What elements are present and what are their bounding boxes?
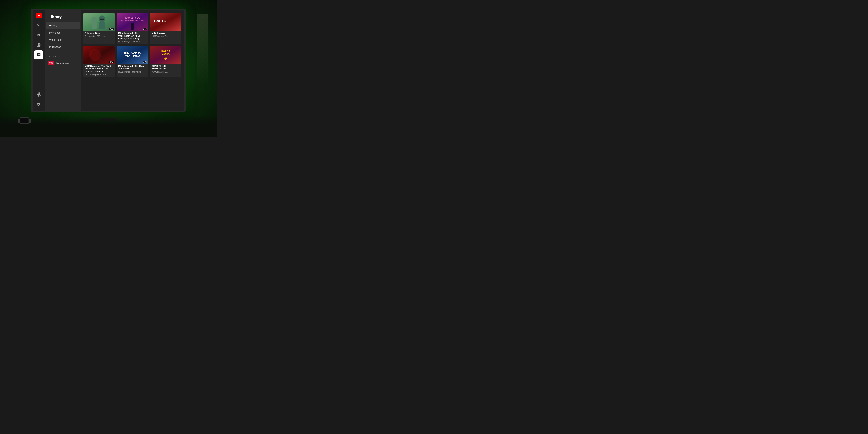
duration-badge-1: 7:35 xyxy=(109,28,114,30)
svg-rect-10 xyxy=(131,26,134,30)
video-info-3: MCU Supercut MCUExchange • 5... xyxy=(150,31,182,38)
video-thumb-inner-3: CAPTA xyxy=(150,13,182,31)
floor xyxy=(0,116,217,137)
playlist-thumb: LA NERDSTUFF xyxy=(48,61,54,65)
video-title-5: MCU Supercut - The Road To Civil War xyxy=(118,65,147,70)
video-thumb-inner-6: ROAD T AVENG ⚡ xyxy=(150,46,182,64)
video-thumb-4: 8:41 xyxy=(83,46,115,64)
sidebar-item-home[interactable] xyxy=(34,31,43,39)
video-thumb-2: THE UNDERNEATH AN ALIAS INVESTIGATIONS C… xyxy=(117,13,148,31)
svg-text:CIVIL WAR: CIVIL WAR xyxy=(125,54,140,58)
sidebar-item-library[interactable] xyxy=(34,51,43,59)
svg-point-16 xyxy=(89,49,101,61)
video-meta-5: MCUExchange • 833K views xyxy=(118,71,147,73)
nav-item-purchases[interactable]: Purchases xyxy=(46,43,80,51)
video-thumb-3: CAPTA xyxy=(150,13,182,31)
youtube-logo[interactable] xyxy=(35,13,42,18)
svg-text:AVENG: AVENG xyxy=(162,53,169,56)
video-card-6[interactable]: ROAD T AVENG ⚡ ROAD TO INFI ANNOUNCEM MC… xyxy=(150,46,182,77)
sidebar-item-search[interactable] xyxy=(34,21,43,30)
video-card-3[interactable]: CAPTA MCU Supercut MCUExchange • 5... xyxy=(150,13,182,44)
svg-rect-2 xyxy=(92,23,97,29)
nav-item-watch-later[interactable]: Watch later xyxy=(46,36,80,43)
tv-frame: Library History My videos Watch later Pu… xyxy=(31,9,186,112)
video-info-2: MCU Supercut - The Underneath (An Alias … xyxy=(117,31,148,44)
svg-point-1 xyxy=(91,17,97,23)
duration-badge-4: 8:41 xyxy=(109,61,114,63)
video-card-2[interactable]: THE UNDERNEATH AN ALIAS INVESTIGATIONS C… xyxy=(117,13,148,44)
video-thumb-6: ROAD T AVENG ⚡ xyxy=(150,46,182,64)
page-title: Library xyxy=(45,13,81,22)
svg-rect-4 xyxy=(99,22,105,29)
video-title-2: MCU Supercut - The Underneath (An Alias … xyxy=(118,32,147,40)
video-card-1[interactable]: 7:35 A Special Time CaseyNeistat • 290K … xyxy=(83,13,115,44)
sidebar xyxy=(33,10,45,111)
video-grid: 7:35 A Special Time CaseyNeistat • 290K … xyxy=(83,13,182,77)
screen: Library History My videos Watch later Pu… xyxy=(33,10,184,111)
nav-item-my-videos[interactable]: My videos xyxy=(46,29,80,36)
video-thumb-5: THE ROAD TO CIVIL WAR 7:02 xyxy=(117,46,148,64)
lamp-glow xyxy=(197,14,208,85)
video-info-4: MCU Supercut - The Fight For Hell's Kitc… xyxy=(83,64,115,77)
video-title-1: A Special Time xyxy=(85,32,113,35)
sidebar-item-account[interactable] xyxy=(34,90,43,99)
video-meta-4: MCUExchange • 9.2K views xyxy=(85,74,113,76)
playlist-label: Liked videos xyxy=(56,62,69,64)
video-meta-2: MCUExchange • 7.9K views xyxy=(118,41,147,43)
svg-text:ROAD T: ROAD T xyxy=(161,50,170,53)
video-card-4[interactable]: 8:41 MCU Supercut - The Fight For Hell's… xyxy=(83,46,115,77)
nav-item-history[interactable]: History xyxy=(46,22,80,29)
svg-text:⚡: ⚡ xyxy=(164,56,168,60)
nav-item-liked-videos[interactable]: LA NERDSTUFF Liked videos xyxy=(45,59,81,67)
main-content: 7:35 A Special Time CaseyNeistat • 290K … xyxy=(81,10,184,111)
nav-panel: Library History My videos Watch later Pu… xyxy=(45,10,81,111)
video-meta-1: CaseyNeistat • 290K views xyxy=(85,35,113,37)
duration-badge-5: 7:02 xyxy=(143,61,147,63)
video-meta-6: MCUExchange • 2... xyxy=(152,71,180,73)
nintendo-switch xyxy=(20,118,29,124)
video-card-5[interactable]: THE ROAD TO CIVIL WAR 7:02 MCU Supercut … xyxy=(117,46,148,77)
video-thumb-1: 7:35 xyxy=(83,13,115,31)
video-title-3: MCU Supercut xyxy=(152,32,180,35)
svg-text:THE UNDERNEATH: THE UNDERNEATH xyxy=(122,17,142,19)
svg-text:CAPTA: CAPTA xyxy=(154,19,166,23)
svg-text:THE ROAD TO: THE ROAD TO xyxy=(124,51,141,54)
video-title-6: ROAD TO INFI ANNOUNCEM xyxy=(152,65,180,70)
sidebar-item-settings[interactable] xyxy=(34,100,43,109)
playlists-section-label: PLAYLISTS xyxy=(45,54,81,59)
video-info-6: ROAD TO INFI ANNOUNCEM MCUExchange • 2..… xyxy=(150,64,182,74)
svg-point-9 xyxy=(131,23,134,26)
nav-divider xyxy=(48,52,78,52)
sidebar-item-subscriptions[interactable] xyxy=(34,40,43,50)
svg-text:AN ALIAS INVESTIGATIONS CASE: AN ALIAS INVESTIGATIONS CASE xyxy=(121,20,144,21)
video-meta-3: MCUExchange • 5... xyxy=(152,35,180,37)
svg-rect-5 xyxy=(100,19,104,20)
duration-badge-2: 8:53 xyxy=(143,28,147,30)
video-info-5: MCU Supercut - The Road To Civil War MCU… xyxy=(117,64,148,74)
video-info-1: A Special Time CaseyNeistat • 290K views xyxy=(83,31,115,38)
video-title-4: MCU Supercut - The Fight For Hell's Kitc… xyxy=(85,65,113,73)
